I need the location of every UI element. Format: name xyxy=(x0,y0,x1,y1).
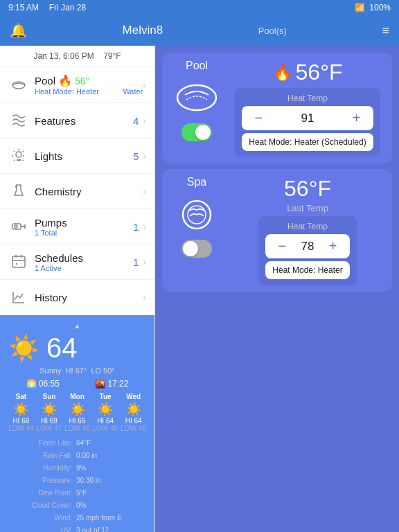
pool-heat-temp-label: Heat Temp xyxy=(242,94,373,103)
pool-card-temp: 56°F xyxy=(296,60,343,85)
spa-heat-plus-btn[interactable]: + xyxy=(325,238,342,254)
spa-heat-temp-value: 78 xyxy=(301,240,314,254)
spa-toggle[interactable] xyxy=(181,240,212,258)
spa-toggle-container[interactable] xyxy=(181,240,212,258)
spa-heat-temp-label: Heat Temp xyxy=(265,222,349,231)
pools-label[interactable]: Pool(s) xyxy=(258,26,287,36)
forecast-sat: Sat ☀️ HI 68 LOW 44 xyxy=(8,393,34,432)
spa-card-body: Spa xyxy=(169,176,385,285)
schedules-badge: 1 xyxy=(133,256,139,268)
sidebar-header: Jan 13, 6:06 PM 79°F xyxy=(0,46,154,67)
svg-point-1 xyxy=(16,152,21,157)
main-layout: Jan 13, 6:06 PM 79°F Pool 🔥 56° Heat Mod xyxy=(0,46,399,532)
pool-label: Pool 🔥 56° xyxy=(35,74,143,87)
spa-card-temp: 56°F xyxy=(284,176,331,202)
weather-forecast: Sat ☀️ HI 68 LOW 44 Sun ☀️ HI 69 LOW 47 … xyxy=(8,393,146,432)
sidebar-item-chemistry[interactable]: Chemistry › xyxy=(0,174,154,209)
sidebar-item-pumps[interactable]: Pumps 1 Total 1 › xyxy=(0,209,154,245)
pool-temp: 56° xyxy=(75,76,89,87)
weather-details: Feels Like:64°F Rain Fall:0.00 in Humidi… xyxy=(8,436,146,532)
history-content: History xyxy=(35,292,143,303)
spa-last-temp: Last Temp xyxy=(287,203,328,213)
sunrise-sunset-row: 🌅 06:55 🌇 17:22 xyxy=(8,379,146,389)
pool-heat-temp-section: Heat Temp − 91 + Heat Mode: Heater (Sche… xyxy=(235,88,380,157)
pool-item-content: Pool 🔥 56° Heat Mode: Heater Water xyxy=(35,74,143,96)
pool-card-right: 🔥 56°F Heat Temp − 91 + Heat Mode: Heate… xyxy=(230,60,385,157)
chemistry-label: Chemistry xyxy=(35,186,143,197)
pool-heat-plus-btn[interactable]: + xyxy=(348,110,365,126)
pool-card: Pool xyxy=(162,53,392,163)
pool-toggle-thumb xyxy=(195,125,211,140)
forecast-mon: Mon ☀️ HI 65 LOW 46 xyxy=(64,393,90,432)
sidebar-temp: 79°F xyxy=(103,51,121,61)
pool-toggle[interactable] xyxy=(181,123,212,141)
spa-card-image xyxy=(169,188,224,237)
svg-point-3 xyxy=(15,225,17,228)
features-badge: 4 xyxy=(133,115,139,127)
features-icon xyxy=(8,110,29,131)
pool-toggle-container[interactable] xyxy=(181,123,212,141)
history-label: History xyxy=(35,292,143,303)
spa-toggle-thumb xyxy=(183,241,198,256)
status-icons: 📶 100% xyxy=(355,3,391,12)
expand-arrow[interactable]: ▲ xyxy=(8,322,146,330)
lights-chevron: › xyxy=(143,150,146,161)
schedules-chevron: › xyxy=(143,256,146,267)
spa-card: Spa xyxy=(162,169,392,292)
spa-heat-temp-controls: − 78 + xyxy=(265,234,349,258)
account-title: Melvin8 xyxy=(123,24,163,37)
svg-rect-4 xyxy=(12,256,25,267)
sidebar-item-lights[interactable]: Lights 5 › xyxy=(0,139,154,174)
spa-heat-minus-btn[interactable]: − xyxy=(274,238,290,254)
pool-temp-row: 🔥 56°F xyxy=(273,60,343,85)
features-label: Features xyxy=(35,115,133,127)
pumps-badge: 1 xyxy=(133,221,139,233)
features-chevron: › xyxy=(143,115,146,126)
lights-icon xyxy=(8,145,29,166)
sunset-icon: 🌇 17:22 xyxy=(95,379,128,389)
pool-heat-temp-value: 91 xyxy=(301,112,314,125)
pool-chevron: › xyxy=(143,80,146,91)
pool-card-image xyxy=(169,72,224,121)
weather-sun-icon: ☀️ xyxy=(8,334,39,363)
sidebar-date: Jan 13, 6:06 PM xyxy=(33,51,94,61)
pool-card-title: Pool xyxy=(186,60,208,72)
sidebar: Jan 13, 6:06 PM 79°F Pool 🔥 56° Heat Mod xyxy=(0,46,155,532)
history-chevron: › xyxy=(143,292,146,303)
weather-description: Sunny HI 67° LO 50° xyxy=(8,366,146,375)
weather-section: ▲ ☀️ 64 Sunny HI 67° LO 50° 🌅 06:55 🌇 17… xyxy=(0,315,154,532)
chemistry-chevron: › xyxy=(143,186,146,197)
pool-heat-mode: Heat Mode: Heater (Scheduled) xyxy=(242,133,373,151)
features-content: Features xyxy=(35,115,133,127)
lights-content: Lights xyxy=(35,150,133,162)
spa-heat-temp-section: Heat Temp − 78 + Heat Mode: Heater xyxy=(258,216,356,285)
pool-heat-mode: Heat Mode: Heater xyxy=(35,87,99,96)
weather-temp: 64 xyxy=(46,332,78,364)
status-time: 9:15 AM Fri Jan 28 xyxy=(8,3,86,12)
bell-icon[interactable]: 🔔 xyxy=(10,22,27,39)
spa-card-left: Spa xyxy=(169,176,224,258)
pumps-label: Pumps xyxy=(35,217,133,229)
sidebar-item-history[interactable]: History › xyxy=(0,280,154,315)
forecast-tue: Tue ☀️ HI 64 LOW 45 xyxy=(93,393,118,432)
menu-icon[interactable]: ≡ xyxy=(382,24,389,38)
sidebar-item-pool[interactable]: Pool 🔥 56° Heat Mode: Heater Water › xyxy=(0,67,154,103)
pool-card-body: Pool xyxy=(169,60,385,157)
status-bar: 9:15 AM Fri Jan 28 📶 100% xyxy=(0,0,399,15)
forecast-sun: Sun ☀️ HI 69 LOW 47 xyxy=(37,393,62,432)
history-icon xyxy=(8,287,29,308)
spa-card-title: Spa xyxy=(187,176,206,188)
svg-point-5 xyxy=(177,85,216,110)
spa-card-right: 56°F Last Temp Heat Temp − 78 + Heat Mod… xyxy=(230,176,385,285)
chemistry-icon xyxy=(8,181,29,202)
schedules-label: Schedules xyxy=(35,252,133,264)
pumps-chevron: › xyxy=(143,221,146,232)
lights-label: Lights xyxy=(35,150,133,162)
pool-flame-icon: 🔥 xyxy=(273,64,292,82)
sidebar-item-features[interactable]: Features 4 › xyxy=(0,103,154,139)
pool-heat-minus-btn[interactable]: − xyxy=(250,110,267,126)
pumps-subtitle: 1 Total xyxy=(35,229,133,237)
sidebar-item-schedules[interactable]: Schedules 1 Active 1 › xyxy=(0,245,154,280)
schedules-content: Schedules 1 Active xyxy=(35,252,133,272)
schedules-icon xyxy=(8,251,29,272)
